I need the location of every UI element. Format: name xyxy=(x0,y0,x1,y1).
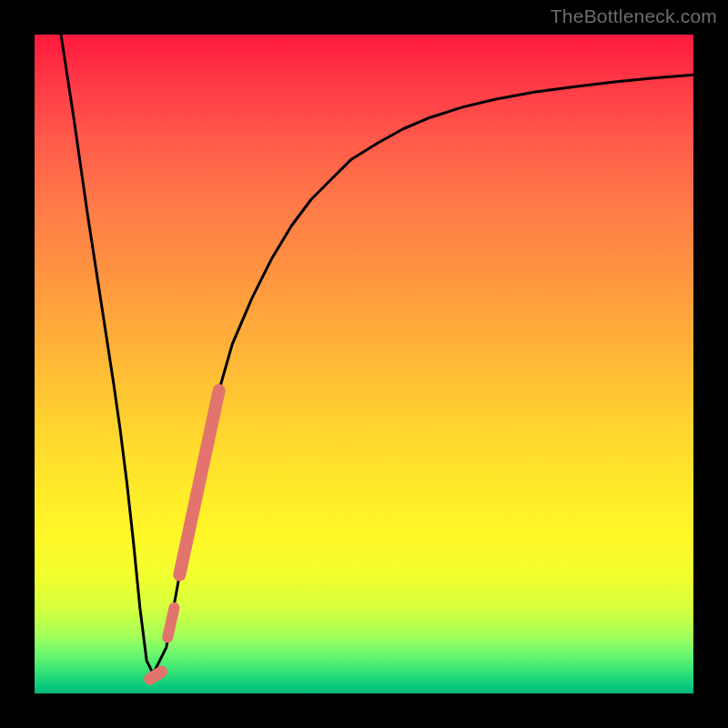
chart-svg xyxy=(35,35,693,693)
short-pink-dot-lower xyxy=(150,672,162,679)
short-pink-dot-upper xyxy=(167,608,174,638)
overlay-segments xyxy=(150,390,219,679)
thick-pink-segment xyxy=(179,390,218,575)
bottleneck-curve xyxy=(61,35,693,673)
chart-plot-area xyxy=(35,35,693,693)
watermark-text: TheBottleneck.com xyxy=(551,5,717,27)
chart-frame: TheBottleneck.com xyxy=(0,0,728,728)
